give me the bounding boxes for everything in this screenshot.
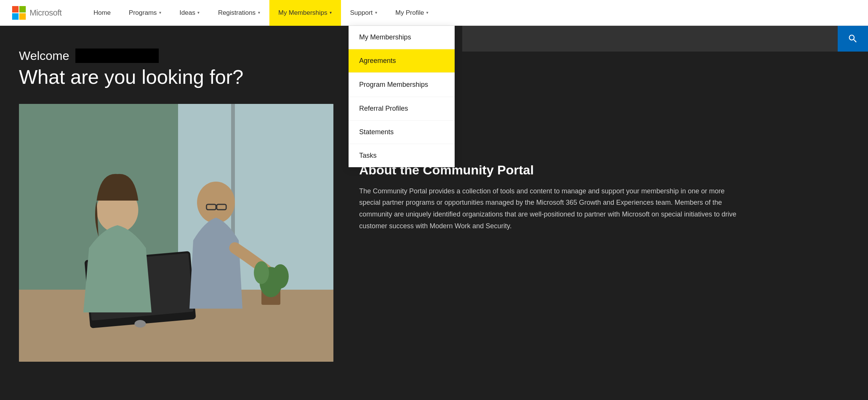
- support-chevron-icon: ▾: [375, 10, 377, 15]
- svg-point-15: [272, 264, 289, 289]
- nav-links: Home Programs ▾ Ideas ▾ Registrations ▾ …: [84, 0, 856, 26]
- navbar: Microsoft Home Programs ▾ Ideas ▾ Regist…: [0, 0, 868, 26]
- hero-section: Welcome What are you looking for?: [0, 26, 868, 400]
- nav-item-my-memberships[interactable]: My Memberships ▾: [269, 0, 341, 26]
- hero-left: Welcome What are you looking for?: [0, 26, 341, 400]
- about-body: The Community Portal provides a collecti…: [359, 185, 738, 232]
- programs-chevron-icon: ▾: [159, 10, 161, 15]
- registrations-chevron-icon: ▾: [258, 10, 260, 15]
- hero-image: [19, 104, 333, 362]
- nav-item-support[interactable]: Support ▾: [341, 0, 386, 26]
- my-profile-chevron-icon: ▾: [426, 10, 429, 15]
- svg-point-14: [254, 261, 269, 284]
- ideas-chevron-icon: ▾: [197, 10, 200, 15]
- logo[interactable]: Microsoft: [12, 6, 62, 20]
- logo-text: Microsoft: [30, 8, 62, 18]
- about-section: About the Community Portal The Community…: [349, 162, 868, 232]
- svg-point-8: [197, 182, 235, 223]
- search-input-wrapper: [462, 26, 868, 52]
- microsoft-logo-icon: [12, 6, 26, 20]
- search-button[interactable]: [838, 26, 868, 52]
- search-icon: [848, 33, 858, 44]
- nav-item-ideas[interactable]: Ideas ▾: [170, 0, 209, 26]
- nav-item-home[interactable]: Home: [84, 0, 120, 26]
- dropdown-item-program-memberships[interactable]: Program Memberships: [349, 73, 455, 97]
- dropdown-menu: My Memberships Agreements Program Member…: [349, 26, 455, 167]
- dropdown-item-statements[interactable]: Statements: [349, 121, 455, 144]
- welcome-text: Welcome: [19, 49, 322, 63]
- dropdown-item-agreements[interactable]: Agreements: [349, 49, 455, 73]
- redacted-name: [75, 49, 159, 63]
- search-input[interactable]: [462, 26, 838, 52]
- search-bar: [462, 26, 868, 52]
- my-memberships-chevron-icon: ▾: [330, 10, 332, 15]
- nav-item-programs[interactable]: Programs ▾: [120, 0, 170, 26]
- hero-photo-svg: [19, 104, 333, 362]
- hero-right: My Memberships Agreements Program Member…: [341, 26, 868, 400]
- hero-tagline: What are you looking for?: [19, 66, 322, 89]
- dropdown-item-my-memberships[interactable]: My Memberships: [349, 26, 455, 49]
- svg-point-6: [135, 320, 146, 328]
- hero-image-content: [19, 104, 333, 362]
- nav-item-my-profile[interactable]: My Profile ▾: [386, 0, 438, 26]
- nav-item-registrations[interactable]: Registrations ▾: [209, 0, 269, 26]
- dropdown-item-tasks[interactable]: Tasks: [349, 144, 455, 167]
- dropdown-item-referral-profiles[interactable]: Referral Profiles: [349, 97, 455, 121]
